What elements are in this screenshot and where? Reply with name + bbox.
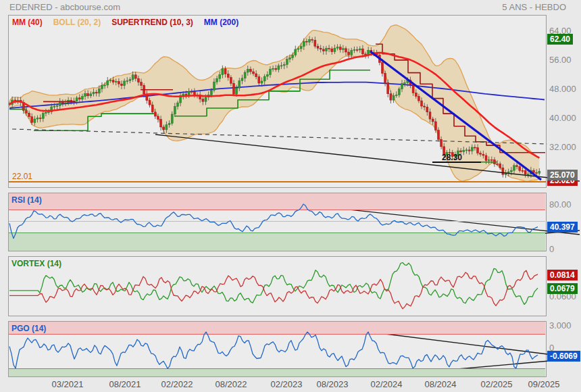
- timeframe-label: 5 ANS - HEBDO: [502, 2, 566, 12]
- vortex-plus-badge: 0.0679: [547, 283, 578, 294]
- stock-chart-app: EDENRED - abcbourse.com 5 ANS - HEBDO MM…: [0, 0, 581, 392]
- y-tick-48: 48.000: [549, 84, 576, 94]
- x-tick-1: 08/2021: [103, 379, 147, 389]
- legend-bollinger: BOLL (20, 2): [53, 18, 101, 27]
- y-tick-32: 32.000: [549, 142, 576, 152]
- indicator-legend: MM (40) BOLL (20, 2) SUPERTREND (10, 3) …: [12, 18, 238, 27]
- support-level-22-01-label: 22.01: [12, 172, 32, 181]
- pgo-panel: [8, 321, 547, 377]
- x-tick-4: 02/2023: [265, 379, 308, 389]
- legend-mm200: MM (200): [204, 18, 238, 27]
- vortex-minus-badge: 0.0814: [547, 270, 578, 280]
- rsi-tick-0: 0: [549, 244, 554, 254]
- pgo-tick-3: 3.000: [549, 320, 572, 330]
- rsi-value-badge: 40.397: [547, 222, 578, 232]
- x-tick-2: 02/2022: [155, 379, 199, 389]
- pgo-value-badge: -0.6069: [547, 351, 580, 362]
- support-level-28-30-label: 28.30: [442, 153, 462, 162]
- x-tick-7: 08/2024: [419, 379, 462, 389]
- rsi-tick-80: 80.00: [549, 199, 572, 210]
- rsi-panel: [8, 193, 547, 251]
- x-tick-5: 08/2023: [311, 379, 354, 389]
- pgo-title: PGO (14): [11, 324, 46, 333]
- vortex-panel: [8, 256, 547, 316]
- chart-title: EDENRED - abcbourse.com: [9, 2, 120, 12]
- vortex-title: VORTEX (14): [11, 259, 61, 268]
- x-tick-0: 03/2021: [46, 379, 89, 389]
- legend-mm40: MM (40): [12, 18, 43, 27]
- y-tick-40: 40.000: [549, 113, 576, 123]
- price-panel: [8, 15, 547, 188]
- current-price-badge: 25.070: [547, 170, 578, 180]
- x-tick-3: 08/2022: [209, 379, 253, 389]
- period-high-badge: 62.40: [547, 34, 573, 45]
- rsi-title: RSI (14): [11, 195, 42, 205]
- x-tick-9: 09/2025: [522, 379, 565, 389]
- y-tick-56: 56.00: [549, 55, 572, 65]
- x-tick-8: 02/2025: [475, 379, 518, 389]
- legend-supertrend: SUPERTREND (10, 3): [111, 18, 193, 27]
- x-tick-6: 02/2024: [365, 379, 408, 389]
